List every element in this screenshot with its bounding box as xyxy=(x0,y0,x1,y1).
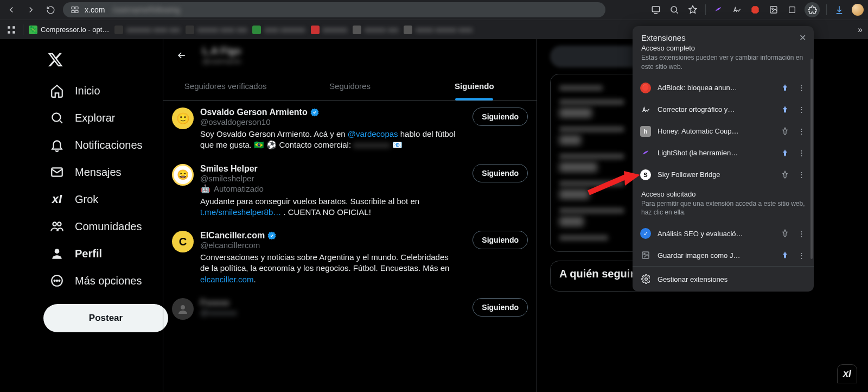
extension-name: Análisis SEO y evaluació… xyxy=(658,230,774,238)
following-button[interactable]: Siguiendo xyxy=(473,298,528,317)
ext-other-icon[interactable] xyxy=(786,4,798,16)
address-bar[interactable]: x.com /username/following xyxy=(63,2,605,17)
user-row[interactable]: 🙂 Osvaldo Gerson Armiento @osvaldogerson… xyxy=(163,101,537,157)
following-button[interactable]: Siguiendo xyxy=(473,164,528,182)
user-row[interactable]: 😄 Smiles Helper @smileshelper 🤖Automatiz… xyxy=(163,157,537,225)
apps-grid-icon[interactable] xyxy=(5,24,17,36)
ext-lightshot-icon[interactable] xyxy=(712,4,724,16)
tab-verified-followers[interactable]: Seguidores verificados xyxy=(163,72,288,100)
bookmark-blur-3[interactable]: xxxx xxxxxxx xyxy=(252,26,305,34)
nav-comunidades[interactable]: Comunidades xyxy=(43,214,163,239)
extension-row[interactable]: ✓ Análisis SEO y evaluació… ⋮ xyxy=(633,223,814,244)
back-button[interactable] xyxy=(4,3,18,17)
avatar[interactable] xyxy=(172,298,194,320)
center-column: L.A Figo @username Seguidores verificado… xyxy=(163,39,537,392)
pin-icon[interactable] xyxy=(780,127,790,136)
post-button[interactable]: Postear xyxy=(43,304,168,332)
bookmarks-overflow-icon[interactable]: » xyxy=(858,25,863,35)
svg-point-22 xyxy=(59,280,60,281)
user-bio: Ayudante para conseguir vuelos baratos. … xyxy=(200,196,459,218)
nav-notificaciones[interactable]: Notificaciones xyxy=(43,132,163,157)
avatar[interactable]: C xyxy=(172,231,194,252)
svg-point-26 xyxy=(645,278,648,281)
extension-row[interactable]: LightShot (la herramien… ⋮ xyxy=(633,142,814,164)
download-icon[interactable] xyxy=(833,4,845,16)
grok-icon: xI xyxy=(50,192,64,206)
pin-icon[interactable] xyxy=(780,229,790,238)
user-name[interactable]: Osvaldo Gerson Armiento xyxy=(200,108,308,117)
manage-extensions-button[interactable]: Gestionar extensiones xyxy=(633,266,814,292)
cast-icon[interactable] xyxy=(650,4,662,16)
ext-corrector-icon[interactable] xyxy=(731,4,743,16)
verified-badge-icon xyxy=(267,231,277,241)
nav-mensajes[interactable]: Mensajes xyxy=(43,160,163,185)
more-icon[interactable]: ⋮ xyxy=(796,83,806,93)
more-icon xyxy=(50,274,64,288)
more-icon[interactable]: ⋮ xyxy=(796,170,806,180)
close-icon[interactable]: ✕ xyxy=(799,33,806,43)
extensions-button[interactable] xyxy=(805,2,820,17)
svg-rect-3 xyxy=(75,10,78,12)
pin-icon[interactable] xyxy=(780,148,790,158)
extension-row[interactable]: Guardar imagen como J… ⋮ xyxy=(633,244,814,266)
more-icon[interactable]: ⋮ xyxy=(796,250,806,260)
pin-icon[interactable] xyxy=(780,250,790,260)
more-icon[interactable]: ⋮ xyxy=(796,127,806,136)
popup-scrollbar[interactable] xyxy=(810,59,813,259)
forward-button[interactable] xyxy=(24,3,38,17)
grok-floating-button[interactable]: xI xyxy=(837,364,857,383)
bookmark-blur-4[interactable]: xxxxxxx xyxy=(311,26,348,34)
more-icon[interactable]: ⋮ xyxy=(796,229,806,238)
bio-link[interactable]: t.me/smileshelper8b… xyxy=(200,207,281,217)
following-button[interactable]: Siguiendo xyxy=(473,231,528,249)
tab-following[interactable]: Siguiendo xyxy=(412,72,537,100)
ext-saveimg-icon[interactable] xyxy=(768,4,780,16)
bookmark-blur-6[interactable]: xxxxx xxxxxx xxxx xyxy=(404,26,473,34)
following-button[interactable]: Siguiendo xyxy=(473,108,528,126)
svg-point-25 xyxy=(644,254,646,255)
bio-link[interactable]: elcanciller.com xyxy=(200,275,253,284)
tab-followers[interactable]: Seguidores xyxy=(288,72,412,100)
bookmark-blur-1[interactable]: xxxxxxx xxxx xxx xyxy=(114,26,180,34)
favicon-icon: 🦎 xyxy=(29,26,37,34)
pin-icon[interactable] xyxy=(780,170,790,180)
bio-link[interactable]: @vardecopas xyxy=(348,129,398,138)
bookmark-blur-2[interactable]: xxxxxx xxxx xxx xyxy=(186,26,247,34)
nav-explorar[interactable]: Explorar xyxy=(43,105,163,130)
bookmark-star-icon[interactable] xyxy=(687,4,699,16)
extension-row[interactable]: h Honey: Automatic Coup… ⋮ xyxy=(633,121,814,142)
pin-icon[interactable] xyxy=(780,105,790,115)
zoom-icon[interactable] xyxy=(668,4,680,16)
nav-perfil[interactable]: Perfil xyxy=(43,241,163,266)
more-icon[interactable]: ⋮ xyxy=(796,148,806,158)
extension-name: AdBlock: bloquea anun… xyxy=(658,84,774,92)
nav-inicio[interactable]: Inicio xyxy=(43,78,163,103)
site-settings-icon[interactable] xyxy=(69,4,80,15)
avatar[interactable]: 🙂 xyxy=(172,108,194,129)
svg-point-21 xyxy=(56,280,58,281)
pin-icon[interactable] xyxy=(780,83,790,93)
user-handle: @osvaldogerson10 xyxy=(200,117,459,127)
profile-avatar-icon[interactable] xyxy=(852,4,864,16)
extension-row[interactable]: Corrector ortográfico y… ⋮ xyxy=(633,99,814,121)
user-row[interactable]: Fxxxxx @xxxxxxx Siguiendo xyxy=(163,292,537,326)
avatar[interactable]: 😄 xyxy=(172,164,194,186)
extensions-full-access-list: 🛑 AdBlock: bloquea anun… ⋮ Corrector ort… xyxy=(633,77,814,186)
user-row[interactable]: C ElCanciller.com @elcancillercom Conver… xyxy=(163,224,537,292)
gear-icon xyxy=(641,274,651,284)
user-name[interactable]: ElCanciller.com xyxy=(200,231,265,241)
extension-row[interactable]: 🛑 AdBlock: bloquea anun… ⋮ xyxy=(633,77,814,99)
nav-grok[interactable]: xI Grok xyxy=(43,187,163,212)
extension-row[interactable]: S Sky Follower Bridge ⋮ xyxy=(633,164,814,186)
more-icon[interactable]: ⋮ xyxy=(796,105,806,115)
bookmark-blur-5[interactable]: xxxxxx xxx xyxy=(353,26,398,34)
ext-adblock-icon[interactable] xyxy=(749,4,761,16)
reload-button[interactable] xyxy=(43,3,58,17)
x-logo-icon[interactable] xyxy=(44,49,66,71)
back-arrow-button[interactable] xyxy=(172,46,192,65)
bookmark-compressor[interactable]: 🦎 Compressor.io - opt… xyxy=(29,26,109,34)
extension-name: Corrector ortográfico y… xyxy=(658,105,774,113)
manage-label: Gestionar extensiones xyxy=(658,275,727,283)
nav-mas-opciones[interactable]: Más opciones xyxy=(43,268,163,293)
user-name[interactable]: Smiles Helper xyxy=(200,164,258,174)
